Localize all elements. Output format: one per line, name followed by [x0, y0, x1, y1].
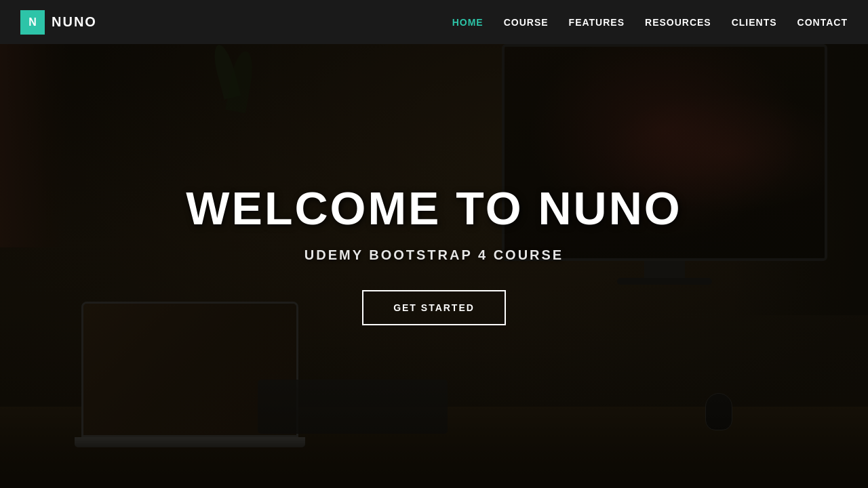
nav-link-contact[interactable]: CONTACT — [797, 17, 848, 28]
get-started-button[interactable]: GET STARTED — [362, 290, 506, 325]
nav-link-course[interactable]: COURSE — [504, 17, 549, 28]
logo-letter: N — [28, 16, 37, 28]
nav-item-features[interactable]: FEATURES — [569, 16, 625, 28]
brand-logo-link[interactable]: N NUNO — [20, 10, 97, 35]
nav-item-course[interactable]: COURSE — [504, 16, 549, 28]
navbar: N NUNO HOME COURSE FEATURES RESOURCES CL… — [0, 0, 868, 44]
nav-item-contact[interactable]: CONTACT — [797, 16, 848, 28]
nav-item-resources[interactable]: RESOURCES — [645, 16, 711, 28]
nav-link-resources[interactable]: RESOURCES — [645, 17, 711, 28]
nav-link-home[interactable]: HOME — [452, 17, 484, 28]
hero-subtitle: UDEMY BOOTSTRAP 4 COURSE — [186, 247, 682, 263]
nav-link-features[interactable]: FEATURES — [569, 17, 625, 28]
nav-item-home[interactable]: HOME — [452, 16, 484, 28]
nav-link-clients[interactable]: CLIENTS — [732, 17, 777, 28]
brand-name: NUNO — [52, 14, 97, 30]
hero-content: WELCOME TO NUNO UDEMY BOOTSTRAP 4 COURSE… — [186, 183, 682, 325]
hero-section: WELCOME TO NUNO UDEMY BOOTSTRAP 4 COURSE… — [0, 0, 868, 488]
nav-links: HOME COURSE FEATURES RESOURCES CLIENTS C… — [452, 16, 848, 28]
brand-logo-icon: N — [20, 10, 45, 35]
nav-item-clients[interactable]: CLIENTS — [732, 16, 777, 28]
hero-title: WELCOME TO NUNO — [186, 183, 682, 234]
